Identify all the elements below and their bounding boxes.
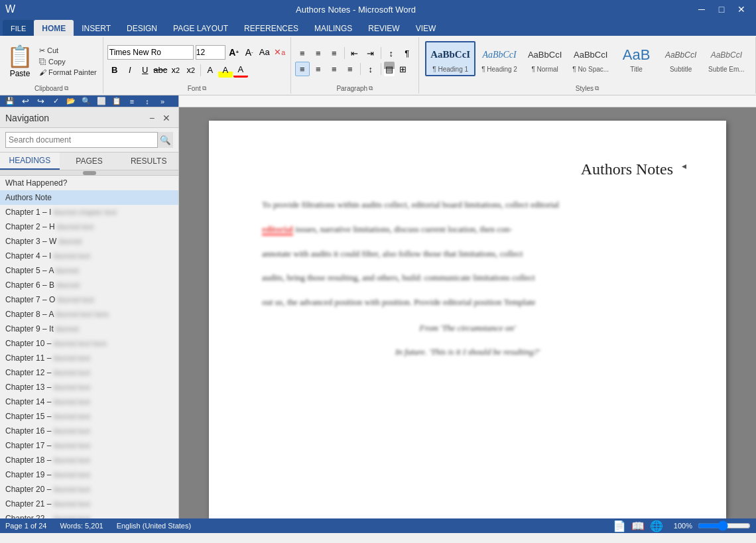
nav-item-ch20[interactable]: Chapter 20 – blurred text: [0, 482, 178, 497]
qa-more-button[interactable]: »: [155, 95, 170, 108]
clear-format-button[interactable]: ✕a: [273, 46, 286, 59]
strikethrough-button[interactable]: abc: [153, 63, 168, 78]
qa-save-button[interactable]: 💾: [3, 95, 17, 108]
qa-print-button[interactable]: ✓: [48, 95, 63, 108]
nav-item-ch2[interactable]: Chapter 2 – H blurred text: [0, 219, 178, 234]
styles-expand-icon[interactable]: ⧉: [595, 85, 599, 92]
sort-button[interactable]: ↕: [384, 46, 399, 60]
show-marks-button[interactable]: ¶: [400, 46, 414, 60]
subscript-button[interactable]: x2: [168, 63, 183, 78]
qa-paste-button[interactable]: 📋: [109, 95, 124, 108]
copy-button[interactable]: ⿻ Copy: [37, 57, 99, 66]
tab-insert[interactable]: INSERT: [74, 20, 119, 36]
qa-table-button[interactable]: ⬜: [94, 95, 109, 108]
nav-item-ch8[interactable]: Chapter 8 – A blurred text here: [0, 307, 178, 322]
qa-sort-button[interactable]: ↕: [140, 95, 155, 108]
zoom-slider[interactable]: [698, 522, 751, 530]
nav-item-ch22[interactable]: Chapter 22 – blurred text: [0, 511, 178, 518]
nav-item-ch15[interactable]: Chapter 15 – blurred text: [0, 409, 178, 424]
qa-search-button[interactable]: 🔍: [79, 95, 94, 108]
style-normal[interactable]: AaBbCcI ¶ Normal: [523, 42, 566, 76]
align-left-button[interactable]: ≡: [295, 62, 310, 76]
nav-item-ch19[interactable]: Chapter 19 – blurred text: [0, 467, 178, 482]
tab-headings[interactable]: HEADINGS: [0, 152, 60, 170]
tab-view[interactable]: VIEW: [408, 20, 444, 36]
nav-item-ch17[interactable]: Chapter 17 – blurred text: [0, 438, 178, 453]
tab-page-layout[interactable]: PAGE LAYOUT: [165, 20, 236, 36]
paragraph-expand-icon[interactable]: ⧉: [369, 85, 373, 92]
borders-button[interactable]: ⊞: [396, 62, 410, 76]
qa-undo-button[interactable]: ↩: [18, 95, 32, 108]
italic-button[interactable]: I: [123, 63, 137, 78]
style-subtle[interactable]: AaBbCcI Subtle Em...: [704, 42, 749, 76]
nav-item-authors-note[interactable]: Authors Note: [0, 190, 178, 205]
font-size-input[interactable]: [196, 45, 225, 60]
bullets-button[interactable]: ≡: [295, 46, 310, 60]
text-highlight-button[interactable]: A: [218, 63, 233, 78]
tab-references[interactable]: REFERENCES: [236, 20, 306, 36]
nav-item-ch21[interactable]: Chapter 21 – blurred text: [0, 497, 178, 511]
change-case-button[interactable]: Aa: [258, 46, 271, 59]
nav-item-ch6[interactable]: Chapter 6 – B blurred: [0, 278, 178, 292]
nav-item-ch4[interactable]: Chapter 4 – I blurred text: [0, 249, 178, 263]
nav-item-ch5[interactable]: Chapter 5 – A blurred: [0, 263, 178, 278]
numbering-button[interactable]: ≡: [311, 46, 326, 60]
tab-home[interactable]: HOME: [34, 20, 74, 36]
tab-mailings[interactable]: MAILINGS: [306, 20, 360, 36]
bold-button[interactable]: B: [107, 63, 122, 78]
nav-item-ch12[interactable]: Chapter 12 – blurred text: [0, 365, 178, 380]
tab-review[interactable]: REVIEW: [360, 20, 407, 36]
status-view-reading[interactable]: 📖: [631, 520, 645, 532]
nav-pin-button[interactable]: −: [145, 111, 158, 125]
paste-button[interactable]: 📋 Paste: [4, 42, 36, 80]
decrease-indent-button[interactable]: ⇤: [347, 46, 362, 60]
nav-item-ch11[interactable]: Chapter 11 – blurred text: [0, 351, 178, 365]
nav-item-ch14[interactable]: Chapter 14 – blurred text: [0, 394, 178, 409]
style-heading2[interactable]: AaBbCcI ¶ Heading 2: [477, 42, 522, 76]
underline-button[interactable]: U: [138, 63, 153, 78]
align-center-button[interactable]: ≡: [311, 62, 326, 76]
font-name-input[interactable]: [107, 45, 194, 60]
style-nospace[interactable]: AaBbCcI ¶ No Spac...: [568, 42, 613, 76]
style-subtitle[interactable]: AaBbCcI Subtitle: [659, 42, 702, 76]
nav-close-button[interactable]: ✕: [160, 111, 173, 125]
minimize-button[interactable]: ─: [692, 3, 711, 16]
nav-item-what-happened[interactable]: What Happened?: [0, 176, 178, 190]
nav-item-ch7[interactable]: Chapter 7 – O blurred text: [0, 292, 178, 307]
tab-design[interactable]: DESIGN: [119, 20, 165, 36]
nav-item-ch9[interactable]: Chapter 9 – It blurred: [0, 322, 178, 336]
line-spacing-button[interactable]: ↕: [363, 62, 378, 76]
nav-item-ch13[interactable]: Chapter 13 – blurred text: [0, 380, 178, 394]
close-button[interactable]: ✕: [732, 3, 751, 16]
tab-file[interactable]: FILE: [3, 20, 34, 36]
status-view-print[interactable]: 📄: [613, 520, 626, 532]
increase-indent-button[interactable]: ⇥: [363, 46, 378, 60]
decrease-font-button[interactable]: A-: [243, 46, 256, 59]
align-right-button[interactable]: ≡: [327, 62, 342, 76]
style-heading1[interactable]: AaBbCcI ¶ Heading 1: [425, 41, 475, 76]
font-expand-icon[interactable]: ⧉: [202, 85, 206, 92]
superscript-button[interactable]: x2: [184, 63, 198, 78]
tab-pages[interactable]: PAGES: [60, 152, 119, 170]
qa-menu-button[interactable]: ≡: [125, 95, 139, 108]
nav-item-ch16[interactable]: Chapter 16 – blurred text: [0, 424, 178, 438]
search-button[interactable]: 🔍: [157, 132, 173, 148]
clipboard-expand-icon[interactable]: ⧉: [64, 85, 68, 92]
cut-button[interactable]: ✂ Cut: [37, 46, 99, 56]
qa-redo-button[interactable]: ↪: [33, 95, 48, 108]
search-input[interactable]: [5, 132, 173, 148]
increase-font-button[interactable]: A+: [227, 46, 241, 59]
justify-button[interactable]: ≡: [343, 62, 357, 76]
font-color-button[interactable]: A: [233, 63, 248, 78]
nav-item-ch3[interactable]: Chapter 3 – W blurred: [0, 234, 178, 249]
text-effects-button[interactable]: A: [203, 63, 218, 78]
status-view-web[interactable]: 🌐: [650, 520, 663, 532]
style-title[interactable]: AaB Title: [615, 42, 658, 76]
tab-results[interactable]: RESULTS: [119, 152, 178, 170]
nav-item-ch1[interactable]: Chapter 1 – I blurred chapter text: [0, 205, 178, 219]
format-painter-button[interactable]: 🖌 Format Painter: [37, 68, 99, 77]
nav-item-ch10[interactable]: Chapter 10 – blurred text here: [0, 336, 178, 351]
multilevel-button[interactable]: ≡: [327, 46, 342, 60]
qa-open-button[interactable]: 📂: [64, 95, 78, 108]
nav-item-ch18[interactable]: Chapter 18 – blurred text: [0, 453, 178, 467]
